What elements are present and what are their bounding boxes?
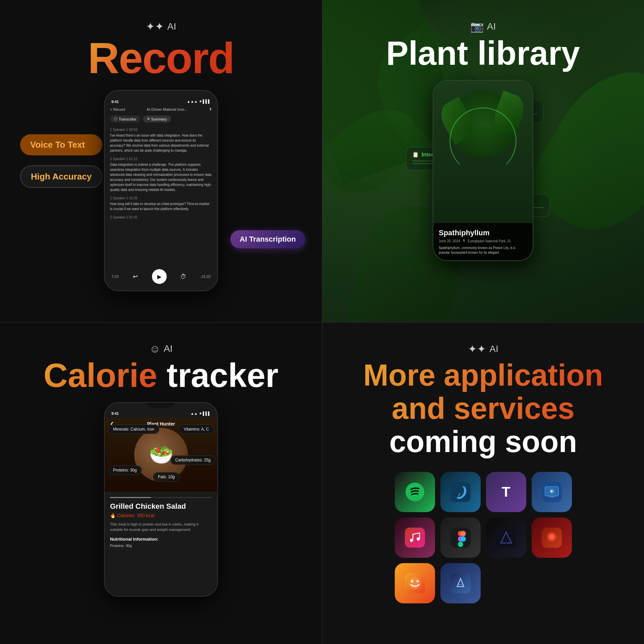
phone-status-bar: 9:41 ▲▲▲ ✦ ▌▌▌ xyxy=(105,95,217,106)
ai-label-plant: AI xyxy=(487,21,496,32)
phone-nav: < Record AI-Driven Material Inno... ⬆ xyxy=(105,106,217,113)
speaker-1-label: 1 Speaker 1 00:58 xyxy=(110,128,212,132)
svg-point-0 xyxy=(406,483,424,501)
app-icon-music[interactable] xyxy=(395,517,435,558)
plant-location: Everglades National Park, FL xyxy=(468,239,512,243)
play-button[interactable]: ▶ xyxy=(152,269,167,284)
calorie-tracker-title: Calorie tracker xyxy=(44,358,278,392)
plant-info-bottom: Spathiphyllum June 20, 2024 📍 Everglades… xyxy=(433,223,533,260)
more-apps-title: More application and services coming soo… xyxy=(363,359,603,458)
ai-badge-calorie: ☺ AI xyxy=(149,343,172,355)
svg-point-16 xyxy=(461,536,466,542)
nutrition-row-1: Proteins: 30g xyxy=(110,544,212,548)
speaker-block-2: 2 Speaker 2 01:12 Data integration is in… xyxy=(110,157,212,192)
record-title: Record xyxy=(88,36,234,80)
minerals-tag: Minerals: Calcium, Iron xyxy=(108,425,159,434)
phone-notch xyxy=(148,91,174,95)
calorie-progress-bar xyxy=(110,497,212,498)
typora-letter: T xyxy=(502,484,511,500)
more-title-line3: coming soon xyxy=(363,425,603,458)
phone-time: 9:41 xyxy=(111,100,119,104)
carbs-tag: Carbohydrates: 25g xyxy=(170,455,216,465)
plant-library-title: Plant library xyxy=(386,36,580,70)
quadrant-more-apps: ✦✦ AI More application and services comi… xyxy=(322,322,644,644)
high-accuracy-pill[interactable]: High Accuracy xyxy=(20,165,102,188)
svg-rect-14 xyxy=(458,542,463,547)
phone-tabs: ⬡ Transcribe ✕ Summary xyxy=(105,113,217,125)
calorie-phone-content: Grilled Chicken Salad 🔥 Calories: 350 kc… xyxy=(105,492,217,554)
speaker-3-text: How long will it take to develop an init… xyxy=(110,201,212,211)
speaker-block-3: 1 Speaker 1 01:35 How long will it take … xyxy=(110,196,212,211)
app-icon-smile[interactable] xyxy=(395,563,435,603)
forward-button[interactable]: ⏱ xyxy=(177,270,190,283)
svg-point-9 xyxy=(410,539,413,542)
speaker-1-text: I've heard there's an issue with data in… xyxy=(110,133,212,153)
ai-calorie-icon: ☺ xyxy=(149,343,160,355)
app-icon-typora[interactable]: T xyxy=(486,472,526,512)
calorie-signal: ▲▲ ✦ ▌▌▌ xyxy=(191,411,211,416)
time-right: -15:20 xyxy=(200,275,211,279)
calorie-progress-fill xyxy=(110,497,151,498)
calorie-phone-mockup: 9:41 ▲▲ ✦ ▌▌▌ ❮ Plant Hunter 🥗 Vitamins:… xyxy=(104,402,218,597)
svg-rect-8 xyxy=(405,528,425,548)
quadrant-plant-library: 📷 AI Plant library 🌿 Characteristics xyxy=(322,0,644,322)
nav-back[interactable]: < Record xyxy=(110,107,125,111)
food-image-area: ❮ Plant Hunter 🥗 Vitamins: A, C Minerals… xyxy=(105,418,217,492)
app-icon-spotify[interactable] xyxy=(395,472,435,512)
main-grid: ✦✦ AI Record Voice To Text High Accuracy… xyxy=(0,0,644,644)
calorie-phone-time: 9:41 xyxy=(111,411,119,415)
ai-badge-plant: 📷 AI xyxy=(470,20,496,33)
more-title-line2: and services xyxy=(363,392,603,425)
speaker-block-4: 2 Speaker 2 01:45 xyxy=(110,215,212,219)
calorie-phone-notch xyxy=(148,403,174,407)
speaker-3-label: 1 Speaker 1 01:35 xyxy=(110,196,212,200)
proteins-tag: Proteins: 30g xyxy=(108,465,142,475)
share-icon[interactable]: ⬆ xyxy=(209,107,212,111)
app-icon-red[interactable] xyxy=(532,517,572,558)
phone-controls: 7:23 ↩ ▶ ⏱ -15:20 xyxy=(105,265,217,291)
plant-phone-mockup: Spathiphyllum June 20, 2024 📍 Everglades… xyxy=(433,80,533,261)
record-phone-mockup: 9:41 ▲▲▲ ✦ ▌▌▌ < Record AI-Driven Materi… xyxy=(104,90,218,291)
svg-rect-1 xyxy=(450,482,471,502)
side-labels-record: Voice To Text High Accuracy xyxy=(20,134,102,188)
time-left: 7:23 xyxy=(111,275,118,279)
quadrant-calorie: ☺ AI Calorie tracker 9:41 ▲▲ ✦ ▌▌▌ ❮ Pla… xyxy=(0,322,322,644)
transcript-content: 1 Speaker 1 00:58 I've heard there's an … xyxy=(105,125,217,253)
ai-waveform-icon: ✦✦ xyxy=(146,20,164,33)
tab-summary[interactable]: ✕ Summary xyxy=(143,115,171,122)
svg-rect-4 xyxy=(549,496,554,497)
speaker-2-text: Data integration is indeed a challenge. … xyxy=(110,162,212,192)
apps-grid: T xyxy=(395,472,572,603)
ai-badge-more: ✦✦ AI xyxy=(468,343,498,355)
scan-arc xyxy=(449,107,517,175)
ai-plant-icon: 📷 xyxy=(470,20,484,33)
vitamins-tag: Vitamins: A, C xyxy=(179,425,214,434)
tab-transcribe[interactable]: ⬡ Transcribe xyxy=(110,115,140,122)
svg-point-10 xyxy=(417,537,420,541)
rewind-button[interactable]: ↩ xyxy=(129,270,141,283)
app-icon-dark[interactable] xyxy=(486,517,526,558)
q2-main-content: 📷 AI Plant library 🌿 Characteristics xyxy=(322,0,644,322)
svg-point-22 xyxy=(409,577,421,589)
speaker-4-label: 2 Speaker 2 01:45 xyxy=(110,215,212,219)
ai-label-more: AI xyxy=(489,344,498,354)
ai-badge-record: ✦✦ AI xyxy=(146,20,176,33)
ai-transcription-badge[interactable]: AI Transcription xyxy=(230,230,305,248)
voice-to-text-pill[interactable]: Voice To Text xyxy=(20,134,102,155)
tab-transcribe-label: Transcribe xyxy=(119,117,136,121)
svg-point-24 xyxy=(417,580,419,582)
app-icon-screen[interactable] xyxy=(532,472,572,512)
app-icon-quill[interactable] xyxy=(440,472,481,512)
app-icon-figma[interactable] xyxy=(440,517,481,558)
svg-point-20 xyxy=(549,534,554,540)
speaker-block-1: 1 Speaker 1 00:58 I've heard there's an … xyxy=(110,128,212,153)
signal-icons: ▲▲▲ ✦ ▌▌▌ xyxy=(187,99,211,104)
interesting-icon: 📋 xyxy=(412,151,419,158)
tab-summary-label: Summary xyxy=(151,117,167,121)
food-description: This meal is high in protein and low in … xyxy=(110,522,212,533)
svg-rect-15 xyxy=(461,531,466,536)
plant-phone-area: 🌿 Characteristics 📋 Interesting Facts xyxy=(426,80,540,275)
quadrant-record: ✦✦ AI Record Voice To Text High Accuracy… xyxy=(0,0,322,322)
nutrition-header: Nutritional Information: xyxy=(110,537,212,542)
app-icon-blue[interactable] xyxy=(440,563,481,603)
